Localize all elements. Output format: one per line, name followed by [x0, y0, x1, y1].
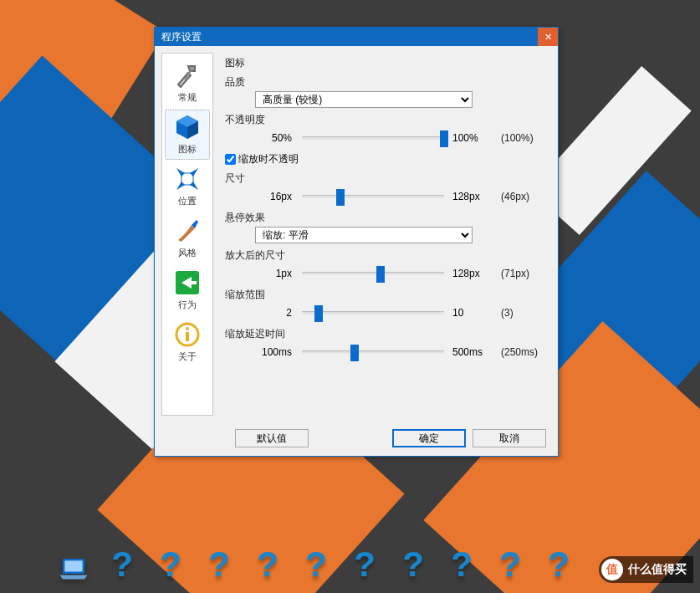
- watermark-badge: 值: [601, 559, 623, 580]
- question-icon: ?: [499, 544, 521, 585]
- settings-content: 图标 品质 高质量 (较慢) 不透明度 50% 100% (100%) 缩放时不…: [217, 46, 558, 422]
- sidebar-item-label: 位置: [178, 195, 197, 207]
- slider-track[interactable]: [302, 272, 444, 275]
- opacity-slider[interactable]: 50% 100% (100%): [255, 129, 546, 147]
- sidebar-item-label: 行为: [178, 299, 197, 311]
- slider-track[interactable]: [302, 136, 444, 140]
- desktop-dock: ? ? ? ? ? ? ? ? ? ?: [0, 543, 700, 585]
- slider-thumb[interactable]: [376, 266, 385, 283]
- dock-item-unknown[interactable]: ?: [350, 543, 380, 585]
- sidebar-item-label: 风格: [178, 247, 197, 259]
- slider-max: 128px: [449, 268, 493, 279]
- slider-thumb[interactable]: [350, 345, 359, 361]
- ok-button[interactable]: 确定: [392, 429, 466, 447]
- dock-item-unknown[interactable]: ?: [156, 543, 186, 585]
- quality-select[interactable]: 高质量 (较慢): [255, 91, 473, 108]
- sidebar-item-about[interactable]: 关于: [166, 318, 209, 366]
- question-icon: ?: [257, 544, 278, 585]
- question-icon: ?: [354, 544, 376, 585]
- slider-current: (3): [493, 307, 543, 319]
- sidebar-item-label: 图标: [178, 143, 197, 156]
- sidebar-item-label: 关于: [178, 350, 197, 363]
- zoom-delay-slider[interactable]: 100ms 500ms (250ms): [255, 343, 546, 361]
- close-button[interactable]: ✕: [538, 28, 558, 46]
- slider-min: 1px: [255, 268, 297, 279]
- close-icon: ✕: [544, 32, 552, 43]
- package-icon: [172, 112, 202, 142]
- zoom-delay-label: 缩放延迟时间: [225, 327, 546, 341]
- sidebar-item-style[interactable]: 风格: [166, 214, 209, 263]
- size-label: 尺寸: [225, 171, 546, 186]
- dock-item-unknown[interactable]: ?: [447, 543, 477, 585]
- cancel-button[interactable]: 取消: [473, 429, 546, 447]
- svg-point-6: [186, 327, 189, 330]
- zoom-range-label: 缩放范围: [225, 288, 546, 302]
- svg-rect-9: [64, 560, 82, 571]
- slider-min: 50%: [255, 132, 297, 144]
- zoom-opaque-label: 缩放时不透明: [238, 152, 299, 166]
- watermark: 值 什么值得买: [599, 556, 693, 583]
- dock-item-unknown[interactable]: ?: [107, 543, 137, 585]
- slider-max: 128px: [449, 191, 493, 202]
- dock-item-computer[interactable]: [59, 543, 89, 585]
- quality-label: 品质: [225, 75, 546, 89]
- dock-item-unknown[interactable]: ?: [495, 543, 525, 585]
- question-icon: ?: [402, 544, 424, 585]
- question-icon: ?: [451, 544, 473, 585]
- watermark-text: 什么值得买: [628, 562, 687, 577]
- dialog-title: 程序设置: [161, 30, 202, 44]
- sidebar-item-icons[interactable]: 图标: [166, 110, 209, 159]
- dialog-button-row: 默认值 确定 取消: [155, 422, 558, 456]
- slider-min: 100ms: [255, 346, 297, 358]
- slider-thumb[interactable]: [314, 305, 323, 322]
- info-icon: [172, 320, 202, 350]
- opacity-label: 不透明度: [225, 113, 546, 127]
- size-slider[interactable]: 16px 128px (46px): [255, 187, 546, 206]
- zoom-size-slider[interactable]: 1px 128px (71px): [255, 264, 546, 283]
- hover-effect-select[interactable]: 缩放: 平滑: [255, 227, 473, 243]
- dock-item-unknown[interactable]: ?: [301, 543, 331, 585]
- slider-min: 16px: [255, 191, 297, 202]
- dock-item-unknown[interactable]: ?: [253, 543, 283, 585]
- svg-rect-3: [181, 173, 193, 185]
- section-heading: 图标: [225, 56, 546, 70]
- question-icon: ?: [111, 544, 133, 585]
- defaults-button[interactable]: 默认值: [235, 429, 309, 447]
- sidebar-item-position[interactable]: 位置: [166, 162, 209, 211]
- slider-current: (46px): [493, 191, 543, 202]
- settings-sidebar: 常规 图标 位置 风格: [161, 53, 213, 416]
- question-icon: ?: [548, 544, 570, 585]
- tools-icon: [172, 60, 202, 90]
- question-icon: ?: [160, 544, 181, 585]
- slider-track[interactable]: [302, 195, 444, 198]
- arrow-left-icon: [172, 268, 202, 298]
- slider-current: (71px): [493, 268, 543, 279]
- slider-thumb[interactable]: [336, 189, 345, 206]
- slider-min: 2: [255, 307, 297, 319]
- settings-dialog: 程序设置 ✕ 常规 图标 位置: [154, 27, 559, 457]
- sidebar-item-label: 常规: [178, 91, 197, 104]
- svg-rect-7: [186, 332, 189, 341]
- slider-max: 100%: [449, 132, 493, 144]
- sidebar-item-general[interactable]: 常规: [166, 59, 209, 107]
- brush-icon: [172, 216, 202, 246]
- slider-thumb[interactable]: [440, 130, 448, 147]
- arrows-icon: [172, 164, 202, 194]
- titlebar[interactable]: 程序设置 ✕: [155, 28, 558, 46]
- zoom-opaque-checkbox[interactable]: [225, 154, 236, 165]
- slider-max: 500ms: [449, 346, 493, 358]
- slider-track[interactable]: [302, 350, 444, 354]
- question-icon: ?: [208, 544, 230, 585]
- dock-item-unknown[interactable]: ?: [204, 543, 234, 585]
- question-icon: ?: [305, 544, 327, 585]
- dock-item-unknown[interactable]: ?: [398, 543, 428, 585]
- sidebar-item-behavior[interactable]: 行为: [166, 266, 209, 314]
- zoom-size-label: 放大后的尺寸: [225, 248, 546, 263]
- slider-track[interactable]: [302, 311, 444, 314]
- hover-effect-label: 悬停效果: [225, 211, 546, 225]
- slider-max: 10: [449, 307, 493, 319]
- slider-current: (100%): [493, 132, 543, 144]
- slider-current: (250ms): [493, 346, 543, 358]
- dock-item-unknown[interactable]: ?: [544, 543, 574, 585]
- zoom-range-slider[interactable]: 2 10 (3): [255, 304, 546, 322]
